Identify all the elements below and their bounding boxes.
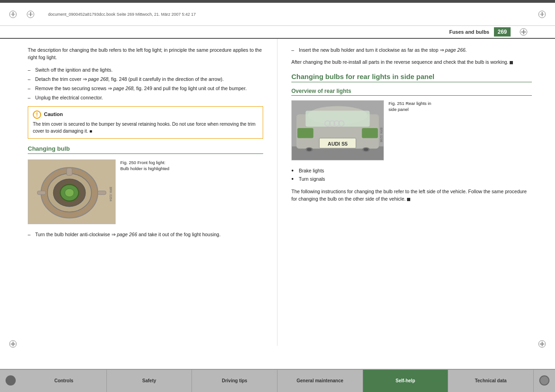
right-column: Insert the new bulb holder and turn it c… <box>278 39 555 346</box>
svg-text:BRK 0298: BRK 0298 <box>380 128 383 142</box>
bottom-left-circle <box>6 375 16 386</box>
nav-self-help[interactable]: Self-help <box>363 369 449 392</box>
fog-light-svg: BRK 0264 <box>28 159 115 224</box>
fig250-caption: Fig. 250 Front fog light: Bulb holder is… <box>116 159 171 224</box>
bullet-brake-lights: Brake lights <box>291 167 532 175</box>
nav-technical-data[interactable]: Technical data <box>448 369 534 392</box>
bottom-divider <box>0 369 555 370</box>
post-fig-steps: Turn the bulb holder anti-clockwise ⇒ pa… <box>28 231 263 238</box>
steps-list: Switch off the ignition and the lights. … <box>28 66 263 102</box>
fig251-caption: Fig. 251 Rear lights in side panel <box>384 100 439 160</box>
left-column: The description for changing the bulb re… <box>0 39 278 346</box>
svg-rect-16 <box>362 128 378 138</box>
step-1: Switch off the ignition and the lights. <box>28 66 263 74</box>
svg-point-24 <box>307 148 312 151</box>
svg-rect-15 <box>297 128 314 138</box>
page-number: 269 <box>494 27 511 37</box>
caution-header: ! Caution <box>33 110 258 119</box>
nav-controls[interactable]: Controls <box>21 369 107 392</box>
after-change-text: After changing the bulb re-install all p… <box>291 58 532 66</box>
section-title-bar: Fuses and bulbs 269 <box>0 26 555 39</box>
registration-mark-left2 <box>27 11 34 18</box>
rear-light-image: AUDI S5 BRK 0298 <box>291 100 384 160</box>
bottom-nav: Controls Safety Driving tips General mai… <box>0 369 555 392</box>
figure-251-container: AUDI S5 BRK 0298 <box>291 100 532 160</box>
bullet-turn-signals: Turn signals <box>291 175 532 183</box>
figure-250-container: BRK 0264 Fig. 250 Front fog light: Bulb … <box>28 159 263 224</box>
svg-point-5 <box>65 189 74 197</box>
doc-info: document_0900452a81793dcc.book Seite 269… <box>48 12 196 17</box>
insert-step-list: Insert the new bulb holder and turn it c… <box>291 46 532 54</box>
bottom-right-circle <box>539 375 549 386</box>
svg-text:AUDI S5: AUDI S5 <box>328 141 348 146</box>
registration-mark-right <box>538 11 546 18</box>
step-3: Remove the two securing screws ⇒ page 26… <box>28 85 263 92</box>
following-text: The following instructions for changing … <box>291 188 532 203</box>
overview-heading: Overview of rear lights <box>291 88 532 96</box>
reg-mark-bottom-right <box>538 340 546 348</box>
insert-step: Insert the new bulb holder and turn it c… <box>291 46 532 54</box>
caution-icon: ! <box>33 110 41 119</box>
svg-text:BRK 0264: BRK 0264 <box>109 187 112 202</box>
rear-car-svg: AUDI S5 BRK 0298 <box>292 100 383 160</box>
main-heading: Changing bulbs for rear lights in side p… <box>291 73 532 82</box>
reg-mark-header-right <box>520 28 527 36</box>
page-header: document_0900452a81793dcc.book Seite 269… <box>0 3 555 26</box>
caution-text: The trim cover is secured to the bumper … <box>33 121 258 135</box>
nav-general-maintenance[interactable]: General maintenance <box>278 369 363 392</box>
caution-box: ! Caution The trim cover is secured to t… <box>28 106 263 139</box>
svg-rect-8 <box>67 168 72 175</box>
registration-mark-left <box>9 11 17 18</box>
changing-bulb-heading: Changing bulb <box>28 145 263 154</box>
reg-mark-bottom-left <box>9 340 17 348</box>
svg-point-26 <box>364 148 368 151</box>
intro-text: The description for changing the bulb re… <box>28 46 263 61</box>
bullet-items-list: Brake lights Turn signals <box>291 167 532 184</box>
nav-safety[interactable]: Safety <box>107 369 192 392</box>
svg-rect-7 <box>98 191 106 195</box>
step-4: Unplug the electrical connector. <box>28 94 263 101</box>
nav-driving-tips[interactable]: Driving tips <box>192 369 278 392</box>
nav-items: Controls Safety Driving tips General mai… <box>21 369 534 392</box>
step-2: Detach the trim cover ⇒ page 268, fig. 2… <box>28 75 263 83</box>
main-content: The description for changing the bulb re… <box>0 39 555 346</box>
section-title: Fuses and bulbs <box>449 29 489 35</box>
step-turn-bulb: Turn the bulb holder anti-clockwise ⇒ pa… <box>28 231 263 238</box>
fog-light-image: BRK 0264 <box>28 159 116 224</box>
caution-title: Caution <box>44 110 63 118</box>
svg-rect-14 <box>306 110 370 127</box>
svg-rect-6 <box>37 191 46 195</box>
